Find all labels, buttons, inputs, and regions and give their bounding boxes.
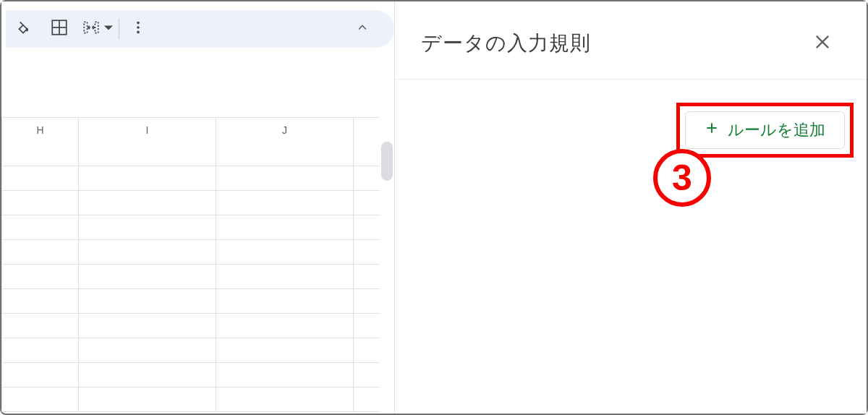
svg-point-4	[137, 26, 140, 29]
more-options-button[interactable]	[125, 14, 151, 44]
cell[interactable]	[79, 388, 216, 411]
cell[interactable]	[2, 265, 79, 288]
cell[interactable]	[2, 314, 79, 338]
table-row	[1, 142, 380, 166]
svg-point-5	[137, 31, 140, 34]
cell[interactable]	[79, 240, 216, 264]
table-row	[1, 265, 380, 289]
merge-cells-dropdown[interactable]	[78, 14, 113, 44]
cell[interactable]	[354, 142, 380, 166]
cell[interactable]	[79, 363, 216, 387]
cell[interactable]	[2, 142, 79, 166]
panel-title: データの入力規則	[421, 30, 591, 57]
table-row	[1, 314, 380, 338]
cell[interactable]	[354, 191, 380, 215]
chevron-up-icon	[355, 20, 370, 38]
annotation-step-badge: 3	[653, 149, 711, 207]
merge-cells-icon	[82, 18, 101, 40]
column-headers: H I J	[1, 117, 380, 142]
toolbar	[1, 1, 394, 56]
cell[interactable]	[216, 314, 354, 338]
cell[interactable]	[79, 265, 216, 288]
cell[interactable]	[354, 338, 380, 362]
cell[interactable]	[354, 388, 380, 411]
cell[interactable]	[79, 314, 216, 338]
close-icon	[812, 32, 833, 55]
borders-button[interactable]	[42, 14, 77, 44]
cell[interactable]	[354, 289, 380, 313]
cell[interactable]	[79, 338, 216, 362]
borders-icon	[50, 18, 69, 40]
cell[interactable]	[354, 314, 380, 338]
cell[interactable]	[2, 240, 79, 264]
column-header-h[interactable]: H	[2, 118, 79, 142]
cell[interactable]	[354, 265, 380, 288]
cell[interactable]	[216, 363, 354, 387]
plus-icon	[705, 121, 719, 140]
table-row	[1, 240, 380, 265]
cell[interactable]	[79, 191, 216, 215]
cell[interactable]	[79, 215, 216, 239]
table-row	[1, 363, 380, 388]
cell[interactable]	[2, 338, 79, 362]
fill-color-button[interactable]	[6, 14, 41, 44]
column-header-i[interactable]: I	[79, 118, 216, 142]
data-validation-panel: データの入力規則	[395, 1, 867, 414]
annotation-step-number: 3	[672, 157, 692, 199]
cell[interactable]	[216, 289, 354, 313]
table-row	[1, 191, 380, 215]
cell[interactable]	[354, 240, 380, 264]
column-header-j[interactable]: J	[216, 118, 354, 142]
cell[interactable]	[2, 289, 79, 313]
column-header[interactable]	[354, 118, 380, 142]
cell[interactable]	[216, 240, 354, 264]
add-rule-label: ルールを追加	[728, 119, 825, 141]
more-vertical-icon	[130, 20, 146, 38]
table-row	[1, 289, 380, 314]
cell[interactable]	[354, 363, 380, 387]
spreadsheet-area: H I J	[1, 1, 395, 414]
cell[interactable]	[216, 388, 354, 411]
paint-bucket-icon	[14, 18, 33, 40]
cell[interactable]	[216, 215, 354, 239]
cell[interactable]	[79, 166, 216, 190]
cell[interactable]	[2, 215, 79, 239]
cell[interactable]	[216, 338, 354, 362]
cell[interactable]	[2, 363, 79, 387]
cell[interactable]	[354, 166, 380, 190]
table-row	[1, 166, 380, 191]
screenshot-frame: H I J データの入力規則	[0, 0, 868, 415]
svg-point-3	[137, 22, 140, 25]
dropdown-caret-icon	[104, 22, 113, 35]
cell[interactable]	[2, 166, 79, 190]
table-row	[1, 215, 380, 240]
cell[interactable]	[216, 191, 354, 215]
add-rule-button[interactable]: ルールを追加	[685, 111, 845, 149]
close-panel-button[interactable]	[807, 28, 838, 59]
cell[interactable]	[216, 265, 354, 288]
cell[interactable]	[79, 289, 216, 313]
cell[interactable]	[216, 142, 354, 166]
table-row	[1, 338, 380, 363]
cell[interactable]	[354, 215, 380, 239]
toolbar-divider	[119, 19, 119, 39]
collapse-toolbar-button[interactable]	[345, 14, 380, 44]
table-row	[1, 388, 380, 412]
cell[interactable]	[2, 191, 79, 215]
grid-rows	[1, 142, 380, 412]
cell[interactable]	[2, 388, 79, 411]
panel-header: データの入力規則	[395, 7, 867, 80]
cell[interactable]	[79, 142, 216, 166]
cell[interactable]	[216, 166, 354, 190]
vertical-scrollbar[interactable]	[381, 142, 393, 181]
